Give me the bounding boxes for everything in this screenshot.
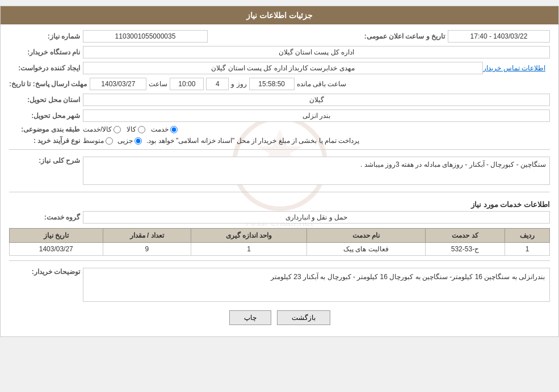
radio-goods-input[interactable]	[138, 126, 145, 133]
radio-partial[interactable]: جزیی	[117, 137, 142, 145]
process-note: پرداخت تمام یا بخشی از مبلغ خریدار از مح…	[146, 137, 359, 145]
remaining-time: 15:58:50	[249, 78, 295, 90]
radio-service[interactable]: خدمت	[151, 125, 178, 133]
deadline-date: 1403/03/27	[90, 78, 146, 90]
category-label: طبقه بندی موضوعی:	[9, 125, 83, 133]
buyer-notes-label: توضیحات خریدار:	[9, 265, 83, 276]
radio-both-input[interactable]	[114, 126, 121, 133]
divider2	[9, 192, 550, 192]
radio-service-input[interactable]	[170, 126, 178, 133]
th-unit: واحد اندازه گیری	[191, 229, 306, 243]
th-date: تاریخ نیاز	[10, 229, 103, 243]
process-group: متوسط جزیی پرداخت تمام یا بخشی از مبلغ خ…	[83, 137, 359, 145]
cell-row-num: 1	[505, 243, 550, 256]
cell-quantity: 9	[103, 243, 191, 256]
deadline-group: 1403/03/27 ساعت 10:00 4 روز و 15:58:50 س…	[90, 78, 550, 90]
radio-partial-input[interactable]	[135, 137, 142, 145]
city-row: شهر محل تحویل: بندر انزلی	[9, 109, 550, 122]
announce-date-value: 1403/03/22 - 17:40	[448, 30, 550, 43]
services-table-section: ردیف کد حدمت نام حدمت واحد اندازه گیری ت…	[9, 228, 550, 256]
cell-service-code: ح-53-532	[425, 243, 505, 256]
time-label-static: ساعت	[149, 80, 167, 88]
creator-value: مهدی خدابرست کاربداز اداره کل پست استان …	[83, 62, 483, 74]
description-label: شرح کلی نیاز:	[9, 154, 83, 165]
contact-link[interactable]: اطلاعات تماس خریدار	[483, 64, 545, 72]
description-section: شرح کلی نیاز: سنگاچین - کبورچال - آبکنار…	[9, 154, 550, 187]
page-header: جزئیات اطلاعات نیاز	[1, 6, 558, 24]
province-row: استان محل تحویل: گیلان	[9, 94, 550, 106]
category-radio-group: کالا/خدمت کالا خدمت	[83, 125, 178, 133]
description-value: سنگاچین - کبورچال - آبکنار - روزهای مباد…	[83, 157, 550, 185]
radio-goods[interactable]: کالا	[127, 125, 145, 133]
buyer-notes-value: بندرانزلی به سنگاچین 16 کیلومتر- سنگاچین…	[83, 268, 550, 302]
header-title: جزئیات اطلاعات نیاز	[246, 11, 313, 20]
print-button[interactable]: چاپ	[229, 310, 271, 325]
radio-medium-input[interactable]	[106, 137, 113, 145]
service-group-label: گروه خدمت:	[9, 213, 83, 221]
table-row: 1 ح-53-532 فعالیت های پیک 1 9 1403/03/27	[10, 243, 550, 256]
need-number-value: 1103001055000035	[83, 30, 208, 43]
deadline-days: 4	[206, 78, 229, 90]
cell-service-name: فعالیت های پیک	[307, 243, 426, 256]
deadline-row: مهلت ارسال پاسخ: تا تاریخ: 1403/03/27 سا…	[9, 78, 550, 90]
remaining-label: ساعت باقی مانده	[297, 80, 347, 88]
province-label: استان محل تحویل:	[9, 96, 83, 104]
deadline-time: 10:00	[170, 78, 204, 90]
divider3	[9, 260, 550, 261]
table-header-row: ردیف کد حدمت نام حدمت واحد اندازه گیری ت…	[10, 229, 550, 243]
buyer-notes-section: توضیحات خریدار: بندرانزلی به سنگاچین 16 …	[9, 265, 550, 302]
announce-date-label: تاریخ و ساعت اعلان عمومی:	[362, 32, 448, 40]
province-value: گیلان	[83, 94, 550, 106]
radio-goods-label: کالا	[127, 125, 136, 133]
divider1	[9, 149, 550, 150]
process-row: نوع فرآیند خرید : متوسط جزیی پرداخت تمام…	[9, 137, 550, 145]
need-number-row: شماره نیاز: 1103001055000035 تاریخ و ساع…	[9, 30, 550, 43]
back-button[interactable]: بازگشت	[277, 310, 330, 325]
days-label: روز و	[231, 80, 246, 88]
cell-date: 1403/03/27	[10, 243, 103, 256]
creator-label: ایجاد کننده درخواست:	[9, 64, 83, 72]
services-table: ردیف کد حدمت نام حدمت واحد اندازه گیری ت…	[9, 228, 550, 256]
radio-medium[interactable]: متوسط	[83, 137, 113, 145]
deadline-label: مهلت ارسال پاسخ: تا تاریخ:	[9, 80, 90, 88]
radio-both-label: کالا/خدمت	[83, 125, 112, 133]
button-row: بازگشت چاپ	[9, 310, 550, 325]
creator-row: ایجاد کننده درخواست: مهدی خدابرست کاربدا…	[9, 62, 550, 74]
city-value: بندر انزلی	[83, 109, 550, 122]
radio-medium-label: متوسط	[83, 137, 104, 145]
category-row: طبقه بندی موضوعی: کالا/خدمت کالا خدمت	[9, 125, 550, 133]
process-label: نوع فرآیند خرید :	[9, 137, 83, 145]
th-row-num: ردیف	[505, 229, 550, 243]
services-title: اطلاعات خدمات مورد نیاز	[9, 197, 550, 211]
org-name-label: نام دستگاه خریدار:	[9, 48, 83, 56]
cell-unit: 1	[191, 243, 306, 256]
radio-partial-label: جزیی	[117, 137, 133, 145]
service-group-row: گروه خدمت: حمل و نقل و انبارداری	[9, 211, 550, 224]
city-label: شهر محل تحویل:	[9, 112, 83, 120]
th-service-name: نام حدمت	[307, 229, 426, 243]
radio-both[interactable]: کالا/خدمت	[83, 125, 121, 133]
need-number-label: شماره نیاز:	[9, 32, 83, 40]
radio-service-label: خدمت	[151, 125, 169, 133]
service-group-value: حمل و نقل و انبارداری	[83, 211, 550, 224]
org-name-row: نام دستگاه خریدار: اداره کل پست استان گی…	[9, 46, 550, 58]
org-name-value: اداره کل پست استان گیلان	[83, 46, 550, 58]
th-service-code: کد حدمت	[425, 229, 505, 243]
th-quantity: تعداد / مقدار	[103, 229, 191, 243]
